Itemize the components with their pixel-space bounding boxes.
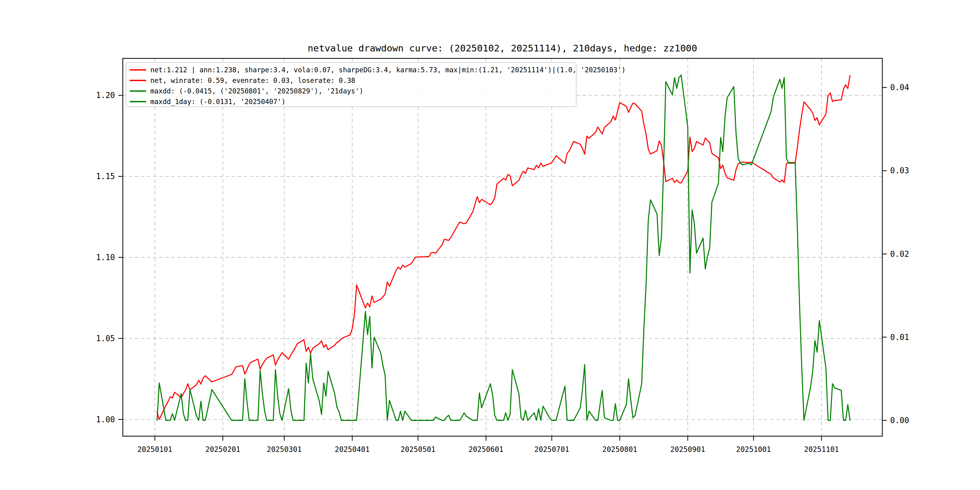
left-tick-label: 1.20 bbox=[96, 91, 115, 100]
figure: 1.001.051.101.151.200.000.010.020.030.04… bbox=[0, 0, 980, 490]
legend-label-maxdd: maxdd: (-0.0415, ('20250801', '20250829'… bbox=[150, 87, 363, 95]
x-tick-label: 20250401 bbox=[335, 445, 370, 454]
left-tick-label: 1.00 bbox=[96, 415, 115, 424]
left-tick-label: 1.10 bbox=[96, 253, 115, 262]
right-tick-label: 0.01 bbox=[890, 333, 909, 342]
x-tick-label: 20250701 bbox=[534, 445, 569, 454]
net-line bbox=[157, 76, 850, 420]
legend-label-maxdd-1day: maxdd_1day: (-0.0131, '20250407') bbox=[150, 98, 286, 106]
right-tick-label: 0.03 bbox=[890, 166, 909, 175]
gridlines bbox=[123, 58, 882, 436]
left-tick-label: 1.15 bbox=[96, 172, 115, 181]
x-tick-label: 20250801 bbox=[602, 445, 637, 454]
x-tick-label: 20250601 bbox=[469, 445, 504, 454]
x-tick-label: 20250901 bbox=[670, 445, 705, 454]
right-tick-label: 0.00 bbox=[890, 416, 909, 425]
right-tick-label: 0.02 bbox=[890, 250, 909, 259]
x-tick-label: 20251101 bbox=[804, 445, 839, 454]
legend-label-winrate: net, winrate: 0.59, evenrate: 0.03, lose… bbox=[150, 76, 355, 84]
legend: net:1.212 | ann:1.238, sharpe:3.4, vola:… bbox=[126, 63, 625, 107]
x-tick-label: 20250501 bbox=[401, 445, 436, 454]
left-tick-label: 1.05 bbox=[96, 334, 115, 343]
chart-canvas: 1.001.051.101.151.200.000.010.020.030.04… bbox=[0, 0, 980, 490]
chart-title: netvalue drawdown curve: (20250102, 2025… bbox=[308, 43, 697, 54]
axes: 1.001.051.101.151.200.000.010.020.030.04… bbox=[96, 83, 909, 454]
x-tick-label: 20250101 bbox=[137, 445, 172, 454]
legend-label-net: net:1.212 | ann:1.238, sharpe:3.4, vola:… bbox=[150, 66, 625, 74]
plot-border bbox=[123, 58, 882, 436]
x-tick-label: 20251001 bbox=[736, 445, 771, 454]
x-tick-label: 20250201 bbox=[205, 445, 240, 454]
x-tick-label: 20250301 bbox=[267, 445, 302, 454]
series-layer bbox=[157, 75, 850, 420]
right-tick-label: 0.04 bbox=[890, 83, 909, 92]
